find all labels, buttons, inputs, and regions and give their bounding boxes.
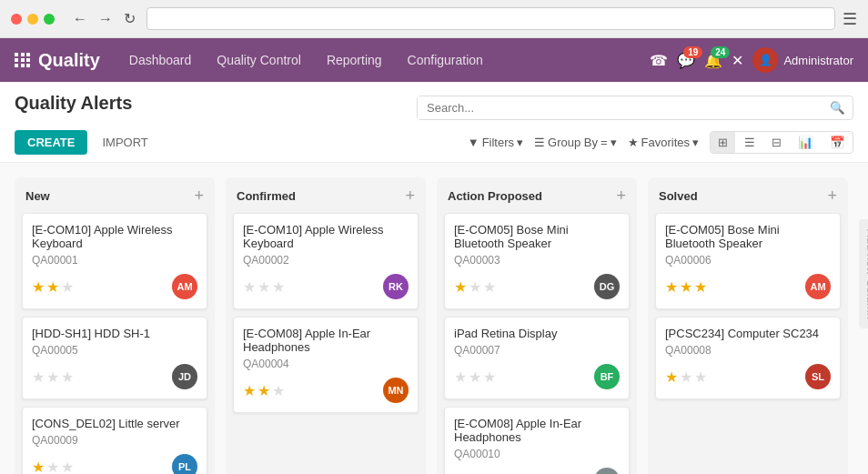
graph-view-button[interactable]: 📊 — [791, 132, 821, 153]
avatar: JD — [172, 364, 197, 389]
nav-dashboard[interactable]: Dashboard — [118, 47, 203, 73]
table-row[interactable]: [E-COM05] Bose Mini Bluetooth SpeakerQA0… — [444, 213, 630, 309]
address-bar[interactable] — [146, 7, 835, 30]
browser-menu-icon[interactable]: ☰ — [843, 9, 857, 29]
nav-configuration[interactable]: Configuration — [397, 47, 494, 73]
forward-button[interactable]: → — [95, 8, 116, 29]
phone-icon-button[interactable]: ☎ — [650, 52, 668, 69]
add-column-button[interactable]: Add new Column — [859, 219, 868, 328]
col-add-new[interactable]: + — [194, 187, 204, 206]
star-3: ★ — [694, 368, 707, 386]
kanban-cards-solved: [E-COM05] Bose Mini Bluetooth SpeakerQA0… — [648, 213, 848, 407]
search-input[interactable] — [418, 96, 823, 119]
calendar-view-button[interactable]: 📅 — [823, 132, 853, 153]
search-wrapper: 🔍 — [417, 96, 853, 120]
table-row[interactable]: [E-COM08] Apple In-Ear HeadphonesQA00010… — [444, 407, 630, 474]
star-2: ★ — [469, 278, 481, 296]
reload-button[interactable]: ↻ — [120, 8, 139, 29]
avatar: SL — [805, 364, 831, 389]
col-header-solved: Solved+ — [648, 177, 848, 213]
col-add-action_proposed[interactable]: + — [616, 187, 626, 206]
nav-quality-control[interactable]: Quality Control — [206, 47, 312, 73]
avatar: DG — [594, 274, 620, 299]
notif-icon-button[interactable]: 🔔 24 — [704, 52, 722, 69]
pivot-view-button[interactable]: ⊟ — [764, 132, 789, 153]
star-1: ★ — [243, 278, 256, 296]
table-row[interactable]: [PCSC234] Computer SC234QA00008★★★SL — [655, 317, 841, 399]
tl-green[interactable] — [44, 14, 55, 25]
import-button[interactable]: IMPORT — [95, 130, 155, 155]
star-3: ★ — [272, 278, 285, 296]
card-stars: ★★★ — [665, 278, 707, 296]
notif-badge: 24 — [711, 46, 730, 58]
filters-label: Filters — [482, 136, 514, 149]
card-title: [CONS_DEL02] Little server — [32, 417, 197, 430]
star-1: ★ — [454, 368, 467, 386]
col-add-solved[interactable]: + — [827, 187, 837, 206]
avatar: RK — [383, 274, 409, 299]
star-1: ★ — [32, 459, 45, 475]
col-title-action_proposed: Action Proposed — [448, 189, 542, 203]
create-button[interactable]: CREATE — [15, 130, 87, 155]
card-ref: QA00004 — [243, 358, 409, 370]
star-1: ★ — [32, 278, 45, 296]
card-title: [E-COM10] Apple Wireless Keyboard — [243, 223, 409, 250]
app-name: Quality — [38, 50, 100, 71]
card-title: [E-COM05] Bose Mini Bluetooth Speaker — [665, 223, 831, 250]
chat-icon-button[interactable]: 💬 19 — [677, 52, 695, 69]
nav-reporting[interactable]: Reporting — [316, 47, 393, 73]
favorites-arrow: ▾ — [692, 136, 699, 149]
card-ref: QA00007 — [454, 344, 620, 357]
tl-yellow[interactable] — [27, 14, 38, 25]
groupby-label: Group By — [548, 136, 598, 149]
avatar: PL — [172, 454, 197, 474]
card-title: [E-COM08] Apple In-Ear Headphones — [454, 417, 620, 444]
favorites-label: Favorites — [641, 136, 690, 149]
table-row[interactable]: [E-COM05] Bose Mini Bluetooth SpeakerQA0… — [655, 213, 841, 309]
col-add-confirmed[interactable]: + — [405, 187, 415, 206]
browser-chrome: ← → ↻ ☰ — [0, 0, 868, 38]
card-footer: ★★★TC — [454, 468, 620, 474]
kanban-view-button[interactable]: ⊞ — [711, 132, 735, 153]
table-row[interactable]: [E-COM10] Apple Wireless KeyboardQA00001… — [22, 213, 207, 309]
star-1: ★ — [32, 368, 45, 386]
col-header-new: New+ — [15, 177, 215, 213]
card-footer: ★★★MN — [243, 378, 409, 403]
tl-red[interactable] — [11, 14, 22, 25]
search-button[interactable]: 🔍 — [823, 96, 853, 119]
col-title-confirmed: Confirmed — [237, 189, 296, 203]
table-row[interactable]: iPad Retina DisplayQA00007★★★BF — [444, 317, 630, 399]
table-row[interactable]: [E-COM08] Apple In-Ear HeadphonesQA00004… — [233, 317, 419, 413]
close-icon-button[interactable]: ✕ — [732, 52, 743, 69]
app-logo[interactable]: Quality — [15, 50, 100, 71]
kanban-board: New+[E-COM10] Apple Wireless KeyboardQA0… — [0, 163, 868, 474]
kanban-cards-confirmed: [E-COM10] Apple Wireless KeyboardQA00002… — [226, 213, 426, 420]
groupby-button[interactable]: ☰ Group By = ▾ — [534, 136, 617, 149]
card-footer: ★★★DG — [454, 274, 620, 299]
card-title: [E-COM08] Apple In-Ear Headphones — [243, 327, 409, 354]
groupby-icon: ☰ — [534, 136, 545, 149]
filters-button[interactable]: ▼ Filters ▾ — [468, 136, 523, 149]
back-button[interactable]: ← — [69, 8, 91, 29]
card-footer: ★★★SL — [665, 364, 831, 389]
card-title: [PCSC234] Computer SC234 — [665, 327, 831, 340]
favorites-button[interactable]: ★ Favorites ▾ — [628, 136, 699, 149]
filter-icon: ▼ — [468, 136, 479, 149]
card-stars: ★★★ — [243, 278, 285, 296]
admin-button[interactable]: 👤 Administrator — [752, 47, 853, 73]
table-row[interactable]: [CONS_DEL02] Little serverQA00009★★★PL — [22, 407, 207, 474]
kanban-col-action_proposed: Action Proposed+[E-COM05] Bose Mini Blue… — [437, 177, 637, 474]
star-2: ★ — [680, 278, 692, 296]
card-footer: ★★★RK — [243, 274, 409, 299]
table-row[interactable]: [E-COM10] Apple Wireless KeyboardQA00002… — [233, 213, 419, 309]
card-footer: ★★★BF — [454, 364, 620, 389]
topnav-links: Dashboard Quality Control Reporting Conf… — [118, 47, 651, 73]
kanban-col-new: New+[E-COM10] Apple Wireless KeyboardQA0… — [15, 177, 215, 474]
table-row[interactable]: [HDD-SH1] HDD SH-1QA00005★★★JD — [22, 317, 207, 399]
list-view-button[interactable]: ☰ — [737, 132, 762, 153]
card-ref: QA00010 — [454, 448, 620, 460]
card-ref: QA00006 — [665, 254, 831, 267]
star-1: ★ — [454, 278, 467, 296]
kanban-cards-action_proposed: [E-COM05] Bose Mini Bluetooth SpeakerQA0… — [437, 213, 637, 474]
avatar: AM — [172, 274, 197, 299]
